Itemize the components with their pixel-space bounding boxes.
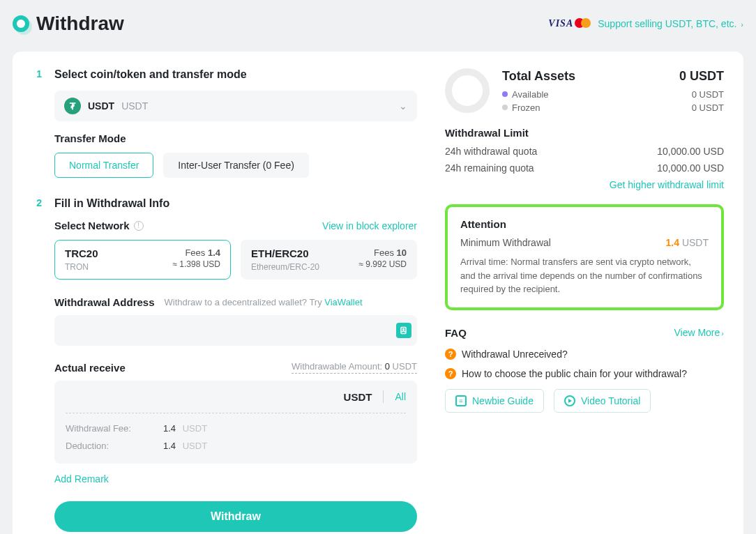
visa-icon: VISA — [548, 18, 573, 29]
coin-select[interactable]: ₮ USDT USDT ⌄ — [54, 91, 417, 121]
faq-item-text: How to choose the public chain for your … — [462, 368, 687, 379]
faq-view-more-link[interactable]: View More› — [674, 327, 724, 338]
quota-label: 24h withdrawal quota — [445, 146, 537, 157]
receive-box: USDT All Withdrawal Fee: 1.4 USDT — [54, 381, 417, 464]
network-eth-erc20[interactable]: ETH/ERC20 Ethereum/ERC-20 Fees 10 ≈ 9.99… — [241, 240, 417, 280]
all-button[interactable]: All — [395, 391, 406, 402]
frozen-label: Frozen — [512, 102, 540, 113]
frozen-value: 0 USDT — [692, 102, 724, 113]
deduction-unit: USDT — [183, 441, 207, 451]
remaining-value: 10,000.00 USD — [657, 162, 724, 174]
chevron-right-icon: › — [721, 329, 724, 337]
select-network-label: Select Network — [54, 220, 130, 231]
viawallet-link[interactable]: ViaWallet — [324, 297, 362, 307]
mode-normal-transfer[interactable]: Normal Transfer — [54, 153, 153, 178]
play-icon — [564, 395, 575, 406]
chevron-right-icon: › — [741, 20, 743, 29]
network-trc20[interactable]: TRC20 TRON Fees 1.4 ≈ 1.398 USD — [54, 240, 231, 280]
coin-name: USDT — [121, 100, 148, 112]
withdrawal-fee-value: 1.4 — [163, 423, 176, 434]
view-block-explorer-link[interactable]: View in block explorer — [322, 220, 417, 231]
attention-text: Arrival time: Normal transfers are sent … — [460, 255, 709, 296]
question-icon: ? — [445, 349, 456, 360]
faq-item[interactable]: ? How to choose the public chain for you… — [445, 368, 724, 379]
logo-icon — [13, 15, 29, 32]
receive-unit: USDT — [344, 391, 372, 403]
withdrawal-fee-label: Withdrawal Fee: — [66, 423, 142, 434]
coin-symbol: USDT — [88, 100, 114, 112]
min-withdrawal-unit: USDT — [682, 237, 709, 248]
attention-title: Attention — [460, 218, 709, 230]
remaining-label: 24h remaining quota — [445, 162, 534, 174]
add-remark-link[interactable]: Add Remark — [54, 473, 109, 485]
step-2-number: 2 — [32, 197, 42, 532]
total-assets-label: Total Assets — [502, 69, 575, 84]
min-withdrawal-label: Minimum Withdrawal — [460, 237, 551, 248]
total-assets-value: 0 USDT — [679, 69, 724, 84]
step-1-title: Select coin/token and transfer mode — [54, 68, 417, 81]
mode-inter-user-transfer[interactable]: Inter-User Transfer (0 Fee) — [163, 153, 309, 178]
attention-box: Attention Minimum Withdrawal 1.4 USDT Ar… — [445, 204, 724, 310]
faq-item[interactable]: ? Withdrawal Unreceived? — [445, 349, 724, 360]
chevron-down-icon: ⌄ — [399, 100, 407, 112]
min-withdrawal-value: 1.4 — [666, 237, 679, 248]
address-hint: Withdraw to a decentralized wallet? Try … — [165, 297, 363, 307]
faq-item-text: Withdrawal Unreceived? — [462, 349, 568, 360]
get-higher-limit-link[interactable]: Get higher withdrawal limit — [445, 179, 724, 190]
withdrawal-address-input[interactable] — [64, 325, 396, 336]
separator — [383, 390, 384, 403]
info-icon[interactable]: ! — [134, 221, 144, 231]
available-label: Available — [512, 89, 549, 100]
card-logos: VISA — [548, 18, 591, 29]
deduction-label: Deduction: — [66, 441, 142, 451]
dot-icon — [502, 105, 508, 110]
address-book-icon[interactable] — [396, 323, 411, 338]
withdrawal-fee-unit: USDT — [183, 423, 207, 434]
network-name: ETH/ERC20 — [251, 247, 319, 259]
svg-point-1 — [403, 329, 405, 330]
quota-value: 10,000.00 USD — [657, 146, 724, 157]
network-sub: TRON — [65, 262, 98, 272]
page-title: Withdraw — [36, 13, 124, 35]
assets-chart-icon — [445, 68, 490, 113]
withdrawable-amount: Withdrawable Amount: 0 USDT — [292, 361, 417, 374]
usdt-icon: ₮ — [64, 98, 81, 114]
actual-receive-label: Actual receive — [54, 362, 126, 374]
withdraw-button[interactable]: Withdraw — [54, 501, 417, 532]
support-selling-link[interactable]: Support selling USDT, BTC, etc. › — [598, 18, 743, 29]
available-value: 0 USDT — [692, 89, 724, 100]
newbie-guide-button[interactable]: ≡ Newbie Guide — [445, 389, 544, 413]
step-1-number: 1 — [32, 68, 42, 178]
support-selling-text: Support selling USDT, BTC, etc. — [598, 18, 736, 29]
dot-icon — [502, 91, 508, 97]
transfer-mode-label: Transfer Mode — [54, 132, 417, 144]
network-name: TRC20 — [65, 247, 98, 259]
network-sub: Ethereum/ERC-20 — [251, 262, 319, 272]
video-tutorial-button[interactable]: Video Tutorial — [554, 389, 651, 413]
mastercard-icon — [575, 18, 591, 29]
withdrawal-address-label: Withdrawal Address — [54, 296, 155, 308]
guide-icon: ≡ — [455, 395, 467, 406]
step-2-title: Fill in Withdrawal Info — [54, 197, 417, 210]
faq-title: FAQ — [445, 327, 467, 339]
withdrawal-limit-title: Withdrawal Limit — [445, 127, 724, 139]
deduction-value: 1.4 — [163, 441, 176, 451]
question-icon: ? — [445, 368, 456, 379]
